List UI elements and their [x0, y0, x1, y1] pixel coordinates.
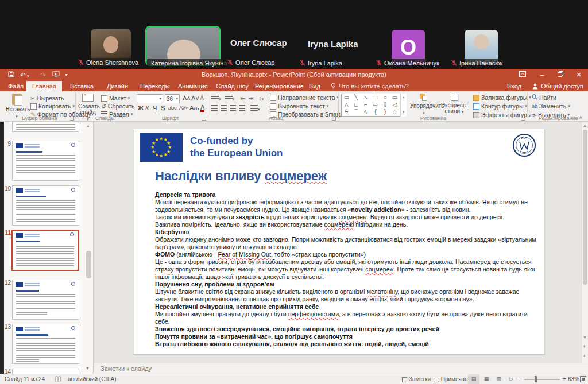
numbering-button[interactable]: ▾	[225, 95, 235, 102]
fit-slide-to-window-button[interactable]	[580, 376, 586, 382]
font-size-combo[interactable]: 36▾	[165, 94, 180, 103]
new-slide-button[interactable]: Создать слайд▾	[78, 94, 98, 122]
increase-font-button[interactable]: A˄	[183, 95, 191, 102]
italic-button[interactable]: К	[145, 104, 149, 111]
notes-toggle[interactable]: Заметки	[402, 376, 431, 382]
language-indicator[interactable]: английский (США)	[68, 376, 117, 382]
save-icon[interactable]	[8, 71, 14, 79]
paragraph-dialog-launcher[interactable]	[332, 117, 336, 121]
reading-view-button[interactable]: ▥	[493, 374, 505, 384]
copy-button[interactable]: Копировать▾	[30, 103, 75, 110]
align-text-button[interactable]: Выровнять текст▾	[270, 103, 328, 110]
line-spacing-button[interactable]: ↕▾	[258, 95, 264, 102]
previous-slide-button[interactable]: ⇞	[583, 344, 586, 349]
clear-formatting-button[interactable]: A̽	[200, 95, 204, 102]
reset-button[interactable]: ↺Сбросить	[101, 103, 134, 110]
slide-editing-area: ★★★★★★★★★★★★ Co-funded by the European U…	[94, 122, 581, 363]
strikethrough-button[interactable]: abc	[168, 105, 177, 111]
shape-fill-button[interactable]: Заливка фигуры▾	[473, 94, 531, 101]
slideshow-view-button[interactable]: ▷	[506, 374, 517, 384]
underline-button[interactable]: Ч	[153, 104, 157, 111]
shape-effects-button[interactable]: Эффекты фигуры▾	[473, 111, 535, 118]
scrollbar-thumb[interactable]	[583, 130, 587, 285]
zoom-out-button[interactable]: –	[518, 375, 522, 383]
restore-button[interactable]	[552, 69, 568, 81]
shapes-gallery-scroll[interactable]: ▴·▾	[400, 94, 407, 117]
slide-thumbnail-partial[interactable]	[12, 122, 79, 132]
zoom-slider-thumb[interactable]	[535, 376, 537, 382]
share-button[interactable]: Общий доступ	[532, 81, 583, 91]
text-shadow-button[interactable]: S	[161, 104, 165, 111]
undo-button[interactable]: ↶ ▾	[20, 72, 35, 79]
tab-home[interactable]: Главная	[26, 81, 62, 91]
tab-insert[interactable]: Вставка	[64, 81, 99, 91]
slide-sorter-view-button[interactable]: ▦	[481, 374, 492, 384]
shapes-gallery[interactable]: ▭╲↘□○▭ △∟⌐⇨⇩◁ ϟ⌒∿{}☆	[341, 94, 400, 117]
thumbnails-scroll-down[interactable]: ▼	[86, 366, 90, 370]
customize-qat-dropdown[interactable]: ▾	[65, 73, 68, 77]
shape-outline-button[interactable]: Контур фигуры▾	[473, 103, 527, 110]
zoom-in-button[interactable]: +	[562, 375, 566, 383]
slide-thumbnail-selected[interactable]	[11, 230, 79, 271]
vertical-scrollbar[interactable]: ▲ ▼ ⇞ ⇟	[581, 122, 588, 363]
clipboard-dialog-launcher[interactable]	[70, 117, 74, 121]
columns-button[interactable]: ▾	[250, 105, 260, 112]
tab-transitions[interactable]: Переходы	[134, 81, 176, 91]
font-dialog-launcher[interactable]	[202, 117, 206, 121]
zoom-slider-track[interactable]	[524, 379, 560, 380]
slide-thumbnail[interactable]	[12, 280, 79, 320]
replace-button[interactable]: ab̲Заменить▾	[532, 103, 570, 110]
slide-paragraph: Почуття провини за «витрачений час», що …	[155, 333, 540, 340]
drawing-dialog-launcher[interactable]	[521, 117, 525, 121]
ribbon-display-options-button[interactable]	[514, 69, 531, 81]
notes-pane[interactable]: Заметки к слайду	[94, 363, 588, 374]
arrange-button[interactable]: Упорядочить▾	[410, 94, 438, 115]
slide-thumbnail[interactable]	[12, 185, 79, 226]
tab-file[interactable]: Файл	[2, 81, 29, 91]
text-direction-button[interactable]: Направление текста▾	[270, 94, 339, 101]
collapse-ribbon-button[interactable]: ∧	[579, 114, 583, 120]
participant-name: Iryna Lapika	[308, 60, 342, 67]
align-right-button[interactable]	[230, 105, 236, 112]
find-button[interactable]: Найти	[532, 94, 556, 101]
character-spacing-button[interactable]: AV▾	[179, 105, 188, 111]
bold-button[interactable]: Ж	[138, 104, 144, 111]
slide-thumbnail[interactable]	[12, 324, 79, 364]
slide-thumbnail[interactable]	[12, 141, 79, 181]
thumbnails-scroll-up[interactable]: ▲	[86, 124, 90, 128]
scroll-down-arrow[interactable]: ▼	[583, 335, 587, 339]
increase-indent-button[interactable]: ⇥	[248, 95, 253, 102]
next-slide-button[interactable]: ⇟	[583, 354, 586, 358]
tab-animations[interactable]: Анимация	[172, 81, 214, 91]
sign-in-button[interactable]: Вход	[507, 81, 521, 91]
layout-button[interactable]: Макет▾	[101, 95, 130, 102]
normal-view-button[interactable]: ▤	[468, 374, 479, 384]
justify-button[interactable]	[239, 105, 245, 112]
decrease-font-button[interactable]: A˅	[191, 95, 199, 102]
thumbnails-scrollbar-thumb[interactable]	[86, 251, 91, 278]
tab-slideshow[interactable]: Слайд-шоу	[210, 81, 254, 91]
tab-design[interactable]: Дизайн	[101, 81, 134, 91]
decrease-indent-button[interactable]: ⇤	[240, 95, 245, 102]
font-name-combo[interactable]: ▾	[137, 94, 163, 103]
slide-counter: Слайд 11 из 24	[5, 376, 45, 382]
start-slideshow-icon[interactable]	[52, 71, 60, 79]
spellcheck-icon[interactable]	[55, 376, 61, 382]
bullets-button[interactable]: ▾	[211, 95, 221, 102]
close-button[interactable]: ✕	[571, 69, 587, 81]
scroll-up-arrow[interactable]: ▲	[583, 123, 587, 127]
tab-view[interactable]: Вид	[303, 81, 326, 91]
slide-thumbnail-partial[interactable]	[12, 369, 79, 374]
align-left-button[interactable]	[211, 105, 218, 112]
font-color-button[interactable]: A	[200, 104, 204, 112]
change-case-button[interactable]: Aa▾	[189, 104, 199, 111]
tell-me-box[interactable]: Что вы хотите сделать?	[331, 81, 409, 91]
quick-styles-button[interactable]: Экспресс-стили ▾	[439, 94, 470, 115]
tab-review[interactable]: Рецензирование	[249, 81, 310, 91]
minimize-button[interactable]: –	[534, 69, 550, 81]
redo-button[interactable]: ↷	[41, 72, 47, 79]
align-center-button[interactable]	[220, 105, 227, 112]
current-slide[interactable]: ★★★★★★★★★★★★ Co-funded by the European U…	[134, 129, 544, 355]
cut-button[interactable]: ✂Вырезать	[30, 95, 64, 102]
zoom-percentage[interactable]: 63%	[568, 376, 579, 382]
